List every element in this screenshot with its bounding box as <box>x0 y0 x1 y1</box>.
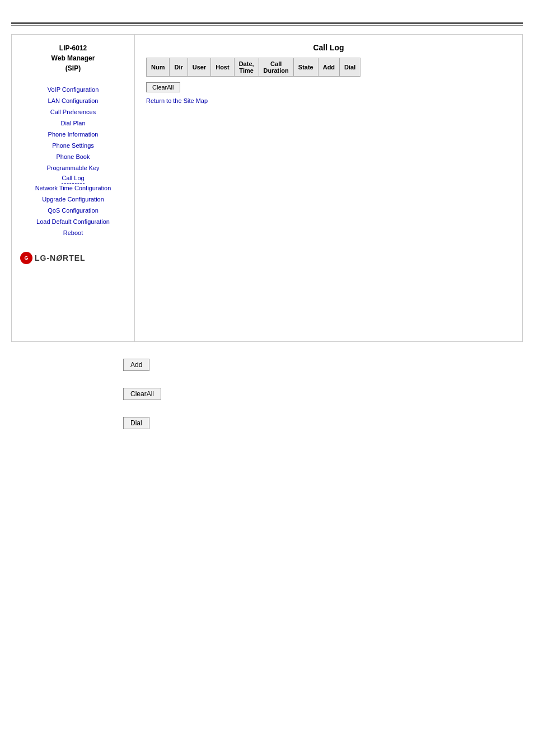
bottom-btn-group: Add ClearAll Dial <box>123 359 523 429</box>
nav-link-voip[interactable]: VoIP Configuration <box>17 84 129 95</box>
sidebar-title: LIP-6012Web Manager(SIP) <box>17 43 129 73</box>
col-dial: Dial <box>340 58 360 77</box>
clearall-button[interactable]: ClearAll <box>146 82 180 92</box>
nav-link-load-default[interactable]: Load Default Configuration <box>17 217 129 227</box>
bottom-clearall-button[interactable]: ClearAll <box>123 388 161 400</box>
nav-item-dial-plan: Dial Plan <box>17 118 129 128</box>
nav-item-load-default: Load Default Configuration <box>17 217 129 227</box>
col-add: Add <box>318 58 339 77</box>
nav-item-reboot: Reboot <box>17 228 129 238</box>
add-button[interactable]: Add <box>123 359 149 371</box>
bottom-dial-btn: Dial <box>123 417 523 429</box>
main-content: Call Log Num Dir User Host Date,Time Cal… <box>135 35 522 341</box>
col-date-time: Date,Time <box>234 58 259 77</box>
nav-link-call-log[interactable]: Call Log <box>62 173 84 184</box>
nav-link-phone-book[interactable]: Phone Book <box>17 152 129 162</box>
nav-item-voip: VoIP Configuration <box>17 84 129 95</box>
dial-button[interactable]: Dial <box>123 417 149 429</box>
lg-logo-text: G <box>24 255 28 261</box>
nav-link-network-time[interactable]: Network Time Configuration <box>17 183 129 193</box>
col-num: Num <box>147 58 170 77</box>
nav-item-qos: QoS Configuration <box>17 205 129 215</box>
nav-link-upgrade[interactable]: Upgrade Configuration <box>17 194 129 204</box>
nav-item-upgrade: Upgrade Configuration <box>17 194 129 204</box>
nav-link-qos[interactable]: QoS Configuration <box>17 205 129 215</box>
return-link-container: Return to the Site Map <box>146 97 511 105</box>
nav-item-phone-settings: Phone Settings <box>17 140 129 151</box>
bottom-section: Add ClearAll Dial <box>11 359 523 429</box>
nav-item-phone-info: Phone Information <box>17 129 129 139</box>
nav-item-programmable-key: Programmable Key <box>17 163 129 173</box>
col-user: User <box>188 58 210 77</box>
bottom-clearall-btn: ClearAll <box>123 388 523 400</box>
nav-link-dial-plan[interactable]: Dial Plan <box>17 118 129 128</box>
col-dir: Dir <box>170 58 188 77</box>
page-title: Call Log <box>146 43 511 52</box>
sidebar-nav: VoIP Configuration LAN Configuration Cal… <box>17 84 129 238</box>
top-border-thin <box>11 25 523 26</box>
main-container: LIP-6012Web Manager(SIP) VoIP Configurat… <box>11 34 523 342</box>
nav-link-phone-settings[interactable]: Phone Settings <box>17 140 129 151</box>
nav-item-call-log: Call Log <box>17 174 129 182</box>
nav-link-phone-info[interactable]: Phone Information <box>17 129 129 139</box>
col-call-duration: CallDuration <box>259 58 293 77</box>
col-host: Host <box>211 58 234 77</box>
logo-area: G LG-NØRTEL <box>17 249 129 267</box>
col-state: State <box>293 58 318 77</box>
nav-link-lan[interactable]: LAN Configuration <box>17 96 129 106</box>
call-log-table: Num Dir User Host Date,Time CallDuration… <box>146 58 360 77</box>
nav-item-call-prefs: Call Preferences <box>17 107 129 117</box>
top-border-thick <box>11 22 523 24</box>
sidebar: LIP-6012Web Manager(SIP) VoIP Configurat… <box>12 35 135 341</box>
nav-link-reboot[interactable]: Reboot <box>17 228 129 238</box>
nav-link-call-prefs[interactable]: Call Preferences <box>17 107 129 117</box>
nav-item-network-time: Network Time Configuration <box>17 183 129 193</box>
nav-item-lan: LAN Configuration <box>17 96 129 106</box>
nav-item-phone-book: Phone Book <box>17 152 129 162</box>
return-to-site-map-link[interactable]: Return to the Site Map <box>146 97 208 104</box>
clearall-row: ClearAll <box>146 82 511 92</box>
lg-logo-circle: G <box>20 252 32 264</box>
table-header-row: Num Dir User Host Date,Time CallDuration… <box>147 58 360 77</box>
lg-nortel-logo: LG-NØRTEL <box>35 253 86 262</box>
bottom-add-btn: Add <box>123 359 523 371</box>
nav-link-programmable-key[interactable]: Programmable Key <box>17 163 129 173</box>
